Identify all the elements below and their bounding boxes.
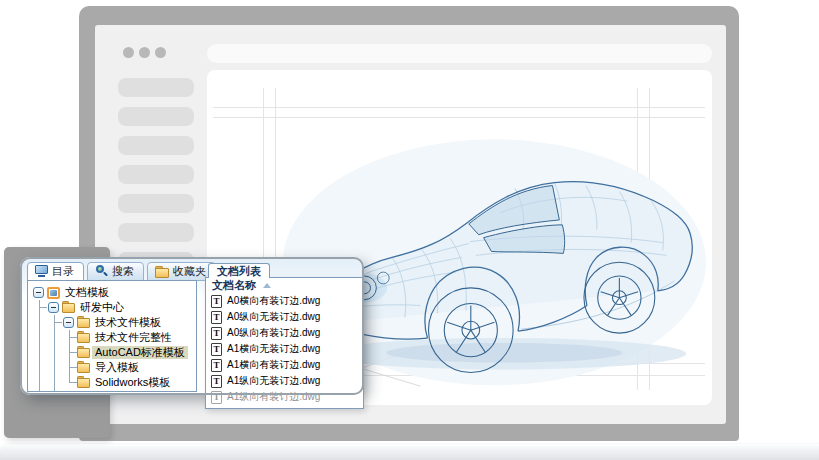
document-template-root-icon [47,287,60,299]
tree-node[interactable] [28,390,196,392]
file-row[interactable]: A1纵向无装订边.dwg [206,373,363,389]
folder-icon [77,333,90,343]
tab-document-list[interactable]: 文档列表 [208,263,270,278]
tree-guide-line [32,330,47,345]
file-name: A0纵向有装订边.dwg [227,326,320,340]
tree-collapse-icon[interactable] [33,287,44,298]
tree-node[interactable]: 导入模板 [28,360,196,375]
file-name: A0横向有装订边.dwg [227,294,320,308]
dwg-template-icon [211,311,222,324]
window-dot-icon[interactable] [123,47,134,58]
column-header-document-name[interactable]: 文档名称 [206,278,363,293]
tab-label: 搜索 [112,264,134,279]
file-name: A1纵向有装订边.dwg [227,390,320,404]
tree-node-label: 技术文件完整性 [92,331,175,344]
tree-node[interactable]: 技术文件完整性 [28,330,196,345]
sidebar-placeholder-item[interactable] [118,78,194,97]
expander-slot [47,300,62,315]
directory-tree: 文档模板研发中心技术文件模板技术文件完整性AutoCAD标准模板导入模板Soli… [27,280,197,392]
sidebar-placeholder-item[interactable] [118,136,194,155]
file-row[interactable]: A0纵向有装订边.dwg [206,325,363,341]
file-name: A0纵向无装订边.dwg [227,310,320,324]
favorites-folder-icon [155,266,169,277]
tree-guide-line [62,360,77,375]
sidebar-placeholder-item[interactable] [118,165,194,184]
tree-guide-line [62,330,77,345]
window-dot-icon[interactable] [139,47,150,58]
tree-node[interactable]: AutoCAD标准模板 [28,345,196,360]
tree-guide-line [47,315,62,330]
folder-icon [77,378,90,388]
folder-icon [77,363,90,373]
tree-guide-line [47,390,62,392]
expander-slot [62,315,77,330]
document-list-card: 文档列表 文档名称 A0横向有装订边.dwgA0纵向无装订边.dwgA0纵向有装… [205,263,364,409]
tree-guide-line [62,375,77,390]
dwg-template-icon [211,327,222,340]
tree-node-label: Solidworks模板 [92,376,173,389]
tree-node[interactable]: 技术文件模板 [28,315,196,330]
dwg-template-icon [211,375,222,388]
tree-guide-line [62,345,77,360]
folder-icon [77,348,90,358]
tree-node-label: 导入模板 [92,361,142,374]
tree-collapse-icon[interactable] [63,317,74,328]
sidebar-placeholder-item[interactable] [118,194,194,213]
window-dot-icon[interactable] [155,47,166,58]
computer-icon [35,265,48,277]
dwg-template-icon [211,343,222,356]
file-row[interactable]: A0纵向无装订边.dwg [206,309,363,325]
tab-label: 收藏夹 [173,264,206,279]
panel-tabs: 目录搜索收藏夹 [27,262,219,281]
tree-node[interactable]: 研发中心 [28,300,196,315]
tab-search[interactable]: 搜索 [87,262,144,281]
sort-ascending-icon [263,283,271,288]
dwg-template-icon [211,391,222,404]
file-row[interactable]: A0横向有装订边.dwg [206,293,363,309]
sidebar-placeholder-item[interactable] [118,107,194,126]
dwg-template-icon [211,359,222,372]
tree-guide-line [47,330,62,345]
tree-guide-line [32,345,47,360]
file-name: A1纵向无装订边.dwg [227,374,320,388]
screenshot-stage: 目录搜索收藏夹 文档模板研发中心技术文件模板技术文件完整性AutoCAD标准模板… [0,0,819,460]
sidebar-placeholder-item[interactable] [118,223,194,242]
tree-node-label: 研发中心 [77,301,127,314]
tree-collapse-icon[interactable] [48,302,59,313]
tab-directory[interactable]: 目录 [27,262,84,281]
tree-node-label: 技术文件模板 [92,316,164,329]
file-row[interactable]: A1横向无装订边.dwg [206,341,363,357]
address-bar[interactable] [207,44,712,63]
tree-guide-line [47,375,62,390]
tree-guide-line [32,300,47,315]
column-header-label: 文档名称 [212,278,256,293]
tree-guide-line [47,345,62,360]
folder-icon [62,303,75,313]
folder-icon [77,318,90,328]
tree-node[interactable]: Solidworks模板 [28,375,196,390]
tree-guide-line [32,360,47,375]
tree-node-label: 文档模板 [62,286,112,299]
document-list-box: 文档名称 A0横向有装订边.dwgA0纵向无装订边.dwgA0纵向有装订边.dw… [205,277,364,409]
tree-guide-line [32,390,47,392]
tree-guide-line [47,360,62,375]
dwg-template-icon [211,295,222,308]
search-icon [95,265,108,277]
laptop-base [0,443,819,460]
tree-node-label: AutoCAD标准模板 [92,346,188,359]
tree-guide-line [32,375,47,390]
file-name: A1横向无装订边.dwg [227,342,320,356]
file-list: A0横向有装订边.dwgA0纵向无装订边.dwgA0纵向有装订边.dwgA1横向… [206,293,363,405]
tab-label: 目录 [52,264,74,279]
tree-node[interactable]: 文档模板 [28,285,196,300]
file-row[interactable]: A1纵向有装订边.dwg [206,389,363,405]
window-controls [123,47,166,58]
expander-slot [32,285,47,300]
file-row[interactable]: A1横向有装订边.dwg [206,357,363,373]
file-name: A1横向有装订边.dwg [227,358,320,372]
tree-guide-line [32,315,47,330]
